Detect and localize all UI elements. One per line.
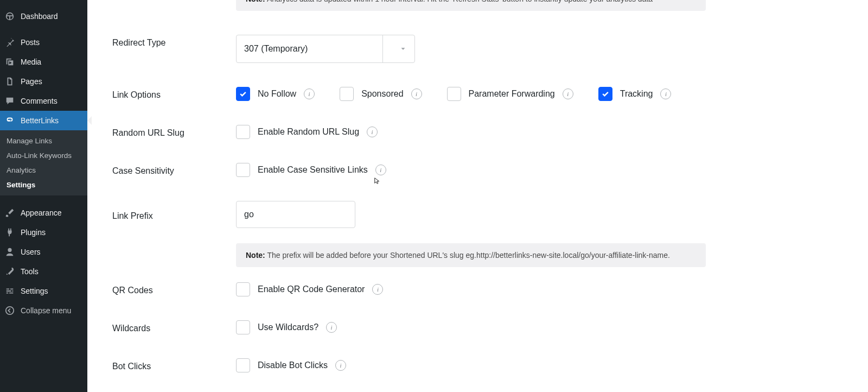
option-label: Use Wildcards? — [258, 323, 318, 332]
sidebar-item-plugins[interactable]: Plugins — [0, 223, 87, 242]
redirect-type-select[interactable]: 307 (Temporary) — [236, 35, 415, 63]
checkbox-tracking[interactable] — [598, 87, 612, 101]
info-icon[interactable]: i — [326, 322, 337, 333]
checkbox-bot-clicks[interactable] — [236, 358, 250, 372]
note-prefix: Note: — [246, 251, 265, 260]
checkbox-random-slug[interactable] — [236, 125, 250, 139]
sidebar-item-label: Appearance — [21, 208, 83, 217]
label-link-options: Link Options — [112, 87, 236, 100]
option-label: Tracking — [620, 89, 653, 99]
option-label: Parameter Forwarding — [469, 89, 555, 99]
checkbox-sponsored[interactable] — [340, 87, 354, 101]
sidebar-item-dashboard[interactable]: Dashboard — [0, 7, 87, 26]
sidebar-item-users[interactable]: Users — [0, 242, 87, 262]
sidebar-item-posts[interactable]: Posts — [0, 33, 87, 52]
info-icon[interactable]: i — [411, 88, 422, 99]
label-redirect-type: Redirect Type — [112, 35, 236, 48]
note-link-prefix: Note: The prefix will be added before yo… — [236, 243, 706, 267]
sidebar-item-label: Users — [21, 248, 83, 256]
option-label: No Follow — [258, 89, 296, 99]
option-label: Sponsored — [361, 89, 403, 99]
sidebar-item-label: Dashboard — [21, 12, 83, 21]
info-icon[interactable]: i — [660, 88, 671, 99]
submenu-item-auto-link-keywords[interactable]: Auto-Link Keywords — [0, 148, 87, 163]
sidebar-item-settings[interactable]: Settings — [0, 281, 87, 301]
sidebar-item-label: Media — [21, 58, 83, 66]
option-label: Enable QR Code Generator — [258, 284, 365, 294]
sidebar-item-comments[interactable]: Comments — [0, 91, 87, 111]
sidebar-item-media[interactable]: Media — [0, 52, 87, 72]
sidebar-item-label: Settings — [21, 287, 83, 295]
sidebar-item-label: Tools — [21, 267, 83, 276]
label-random-slug: Random URL Slug — [112, 125, 236, 138]
label-link-prefix: Link Prefix — [112, 208, 236, 221]
media-icon — [4, 56, 15, 67]
sidebar-item-collapse[interactable]: Collapse menu — [0, 301, 87, 320]
note-text: Analytics data is updated within 1 hour … — [265, 0, 653, 3]
sidebar-item-label: Posts — [21, 38, 83, 47]
sliders-icon — [4, 286, 15, 296]
settings-panel: Fetch Analytics Data Note: Analytics dat… — [87, 0, 868, 392]
sidebar-item-betterlinks[interactable]: BetterLinks — [0, 111, 87, 130]
comments-icon — [4, 96, 15, 106]
checkbox-parameter-forwarding[interactable] — [447, 87, 461, 101]
sidebar-submenu-betterlinks: Manage Links Auto-Link Keywords Analytic… — [0, 130, 87, 195]
submenu-item-manage-links[interactable]: Manage Links — [0, 134, 87, 148]
label-bot-clicks: Bot Clicks — [112, 358, 236, 371]
sidebar-item-label: Comments — [21, 97, 83, 105]
admin-sidebar: Dashboard Posts Media Pages Commen — [0, 0, 87, 392]
user-icon — [4, 246, 15, 257]
label-wildcards: Wildcards — [112, 320, 236, 333]
info-icon[interactable]: i — [367, 127, 378, 137]
link-options-group: No Follow i Sponsored i Parameter Forwar… — [236, 87, 846, 101]
sidebar-item-appearance[interactable]: Appearance — [0, 203, 87, 223]
plug-icon — [4, 227, 15, 238]
chevron-down-icon — [382, 35, 407, 62]
option-label: Disable Bot Clicks — [258, 361, 328, 370]
info-icon[interactable]: i — [335, 360, 346, 371]
label-qr-codes: QR Codes — [112, 282, 236, 295]
info-icon[interactable]: i — [375, 165, 386, 175]
note-text: The prefix will be added before your Sho… — [265, 251, 670, 260]
brush-icon — [4, 207, 15, 218]
option-label: Enable Random URL Slug — [258, 127, 359, 137]
note-prefix: Note: — [246, 0, 265, 3]
info-icon[interactable]: i — [563, 88, 573, 99]
pages-icon — [4, 76, 15, 87]
sidebar-item-pages[interactable]: Pages — [0, 72, 87, 91]
dashboard-icon — [4, 11, 15, 22]
info-icon[interactable]: i — [304, 88, 315, 99]
sidebar-item-label: BetterLinks — [21, 116, 83, 125]
collapse-icon — [4, 305, 15, 316]
wrench-icon — [4, 266, 15, 277]
checkbox-case-sensitive[interactable] — [236, 163, 250, 177]
info-icon[interactable]: i — [372, 284, 383, 295]
submenu-item-analytics[interactable]: Analytics — [0, 163, 87, 178]
sidebar-item-label: Plugins — [21, 228, 83, 237]
note-analytics: Note: Analytics data is updated within 1… — [236, 0, 706, 11]
sidebar-item-label: Pages — [21, 77, 83, 86]
sidebar-item-label: Collapse menu — [21, 306, 83, 315]
option-label: Enable Case Sensitive Links — [258, 165, 368, 175]
checkbox-wildcards[interactable] — [236, 320, 250, 334]
input-link-prefix[interactable] — [236, 201, 355, 228]
pin-icon — [4, 37, 15, 48]
svg-point-0 — [6, 307, 14, 314]
checkbox-qr-generator[interactable] — [236, 282, 250, 296]
label-case-sensitivity: Case Sensitivity — [112, 163, 236, 176]
link-icon — [4, 115, 15, 126]
sidebar-item-tools[interactable]: Tools — [0, 262, 87, 281]
submenu-item-settings[interactable]: Settings — [0, 178, 87, 192]
redirect-type-value: 307 (Temporary) — [244, 44, 308, 54]
checkbox-no-follow[interactable] — [236, 87, 250, 101]
